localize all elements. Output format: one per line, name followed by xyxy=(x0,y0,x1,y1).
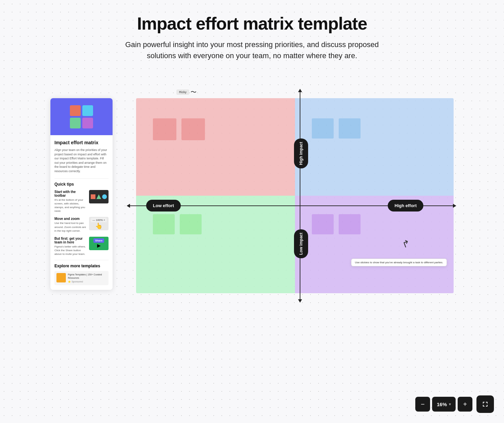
zoom-controls: − 16% ▾ + xyxy=(415,395,494,413)
tip2-desc: Use the hand tool to pan around. Zoom co… xyxy=(54,221,87,233)
label-low-effort: Low effort xyxy=(146,200,181,212)
tip1-image xyxy=(89,190,109,203)
sticky-tr-1[interactable] xyxy=(312,118,334,139)
label-high-impact-container: High impact xyxy=(294,139,308,168)
tip2-title: Move and zoom xyxy=(54,217,87,221)
toolbar-shapes xyxy=(89,193,108,200)
hand-icon: 👆 xyxy=(95,222,102,230)
content-area: Impact effort matrix Align your team on … xyxy=(50,88,454,303)
explore-card[interactable]: Figma Templates | 150+ Curated Resources… xyxy=(54,271,109,285)
quadrant-bottom-right xyxy=(295,196,454,293)
tip3-text: But first: get your team in here Figma's… xyxy=(54,237,87,256)
label-high-effort: High effort xyxy=(388,200,423,212)
icon-red xyxy=(70,105,81,116)
sidebar-icon-grid xyxy=(67,102,96,132)
cursor-squiggle: 〜 xyxy=(191,88,197,96)
shape-circle xyxy=(102,194,107,199)
zoom-minus-button[interactable]: − xyxy=(415,397,430,412)
tip-item-2: Move and zoom Use the hand tool to pan a… xyxy=(54,217,109,233)
quadrant-top-right xyxy=(295,98,454,196)
sticky-bl-2[interactable] xyxy=(180,214,202,234)
explore-card-sub: ⭐ Sponsored xyxy=(68,280,107,283)
icon-blue xyxy=(82,105,93,116)
explore-card-title: Figma Templates | 150+ Curated Resources xyxy=(68,273,107,279)
tip1-desc: It's at the bottom of your screen, with … xyxy=(54,198,87,213)
page-subtitle: Gain powerful insight into your most pre… xyxy=(121,39,383,61)
tip-row-1: Start with the toolbar It's at the botto… xyxy=(54,190,109,213)
shape-triangle xyxy=(96,194,101,199)
matrix-area: Ricky 〜 xyxy=(126,88,454,303)
tip-row-2: Move and zoom Use the hand tool to pan a… xyxy=(54,217,109,233)
tooltip-note: Use stickies to show that you've already… xyxy=(351,259,447,266)
tip-item-1: Start with the toolbar It's at the botto… xyxy=(54,190,109,213)
fullscreen-icon xyxy=(482,401,489,408)
tip1-text: Start with the toolbar It's at the botto… xyxy=(54,190,87,213)
sticky-tl-2[interactable] xyxy=(181,118,205,140)
page-wrapper: Impact effort matrix template Gain power… xyxy=(0,0,504,303)
sticky-bl-1[interactable] xyxy=(153,214,175,234)
tip3-image: Share ▶ xyxy=(89,237,109,250)
sticky-tl-1[interactable] xyxy=(153,118,176,140)
explore-title: Explore more templates xyxy=(54,264,109,268)
tip3-title: But first: get your team in here xyxy=(54,237,87,244)
zoom-display[interactable]: 16% ▾ xyxy=(432,397,456,412)
sidebar-body: Impact effort matrix Align your team on … xyxy=(50,135,113,290)
sidebar-divider-2 xyxy=(54,260,109,260)
axis-vertical xyxy=(300,91,300,300)
tip2-text: Move and zoom Use the hand tool to pan a… xyxy=(54,217,87,233)
tip-item-3: But first: get your team in here Figma's… xyxy=(54,237,109,256)
sticky-br-1[interactable] xyxy=(312,214,334,234)
shape-square xyxy=(91,194,95,199)
label-low-impact-container: Low impact xyxy=(294,229,308,258)
quadrant-top-left xyxy=(136,98,295,196)
zoom-bar: — 100% + xyxy=(91,218,107,222)
sidebar-template-desc: Align your team on the priorities of you… xyxy=(54,148,109,174)
tip1-title: Start with the toolbar xyxy=(54,190,87,197)
tooltip-text: Use stickies to show that you've already… xyxy=(355,261,443,264)
quick-tips-title: Quick tips xyxy=(54,182,109,187)
zoom-chevron-icon: ▾ xyxy=(449,402,451,407)
explore-card-text: Figma Templates | 150+ Curated Resources… xyxy=(68,273,107,283)
label-high-effort-container: High effort xyxy=(388,200,423,212)
tip3-desc: Figma's better with others. Click the Sh… xyxy=(54,245,87,256)
explore-thumb xyxy=(56,273,66,282)
sidebar-template-title: Impact effort matrix xyxy=(54,140,109,145)
sticky-br-2[interactable] xyxy=(339,214,361,234)
icon-green xyxy=(70,118,81,128)
label-low-impact: Low impact xyxy=(294,229,308,258)
sidebar-divider xyxy=(54,178,109,179)
cursor-annotation: Ricky 〜 xyxy=(176,88,197,96)
sticky-tr-2[interactable] xyxy=(339,118,361,139)
header: Impact effort matrix template Gain power… xyxy=(121,13,383,61)
cursor-tag: Ricky xyxy=(176,89,189,95)
zoom-value: 16% xyxy=(437,401,447,407)
fullscreen-button[interactable] xyxy=(476,395,494,413)
tip2-image: — 100% + 👆 xyxy=(89,217,109,230)
sidebar-header xyxy=(50,98,113,135)
tip-row-3: But first: get your team in here Figma's… xyxy=(54,237,109,256)
icon-purple xyxy=(82,118,93,128)
zoom-plus-button[interactable]: + xyxy=(458,397,472,412)
label-low-effort-container: Low effort xyxy=(146,200,181,212)
page-title: Impact effort matrix template xyxy=(121,13,383,34)
label-high-impact: High impact xyxy=(294,139,308,168)
sidebar-panel: Impact effort matrix Align your team on … xyxy=(50,98,113,290)
